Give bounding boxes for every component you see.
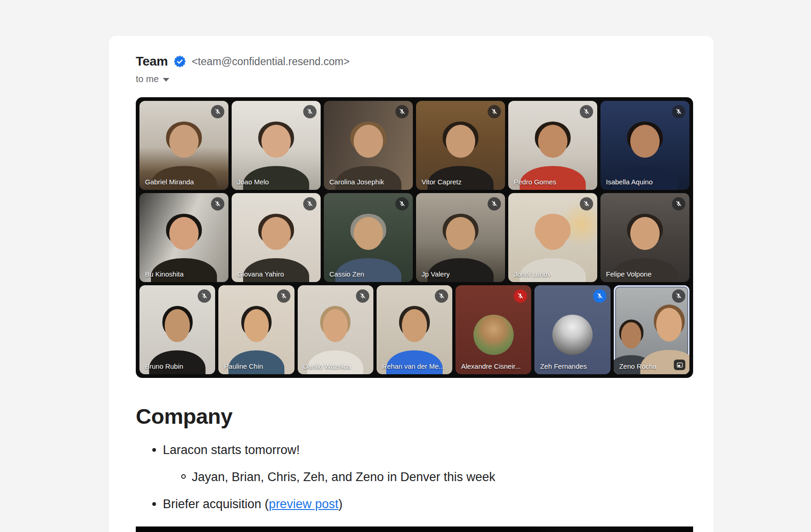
mic-off-icon	[672, 105, 685, 118]
list-item: Laracon starts tomorrow!	[136, 443, 693, 458]
mic-off-icon	[395, 197, 409, 211]
meet-grid-row: Bu KinoshitaGiovana YahiroCassio ZenJp V…	[139, 193, 689, 282]
participant-tile: Bruno Rubin	[139, 285, 215, 374]
mic-off-icon	[580, 105, 593, 118]
mic-off-icon	[593, 289, 606, 303]
list-item-text: Briefer acquisition (preview post)	[163, 497, 343, 512]
participant-name: Isabella Aquino	[606, 178, 653, 186]
participant-tile: Isabella Aquino	[600, 101, 689, 190]
participant-tile: Alexandre Cisneir...	[455, 285, 531, 374]
participant-tile: Danilo Woznica	[298, 285, 373, 374]
mic-off-icon	[395, 105, 409, 118]
bullet-icon	[152, 448, 156, 452]
preview-post-link[interactable]: preview post	[269, 497, 339, 511]
participant-name: Jp Valery	[422, 270, 450, 278]
meet-grid-row: Gabriel MirandaJoao MeloCarolina Josephi…	[139, 101, 689, 190]
avatar	[552, 315, 593, 355]
participant-name: Zeh Fernandes	[540, 362, 587, 370]
list-subitem: Jayan, Brian, Chris, Zeh, and Zeno in De…	[136, 470, 693, 485]
participant-name: Alexandre Cisneir...	[461, 362, 521, 370]
participant-tile: Pauline Chin	[218, 285, 294, 374]
meet-grid-row: Bruno RubinPauline ChinDanilo WoznicaReh…	[139, 285, 689, 374]
participant-tile: Vitor Capretz	[416, 101, 505, 190]
mic-off-icon	[672, 197, 685, 211]
participant-name: Bruno Rubin	[145, 362, 183, 370]
participant-tile: Jp Valery	[416, 193, 505, 282]
list-item-text: Laracon starts tomorrow!	[163, 443, 300, 458]
participant-tile: Giovana Yahiro	[232, 193, 321, 282]
participant-tile: Carolina Josephik	[324, 101, 413, 190]
sender-name[interactable]: Team	[136, 54, 168, 69]
mic-off-icon	[303, 105, 317, 118]
list-item: Briefer acquisition (preview post)	[136, 497, 693, 512]
participant-tile: Felipe Volpone	[600, 193, 689, 282]
mic-off-icon	[211, 197, 224, 211]
mic-off-icon	[277, 289, 290, 303]
participant-tile: Pedro Gomes	[508, 101, 597, 190]
participant-name: Rehan van der Me...	[382, 362, 444, 370]
participant-name: Bu Kinoshita	[145, 270, 183, 278]
mic-off-icon	[303, 197, 317, 211]
participant-name: Cassio Zen	[329, 270, 364, 278]
participant-name: Danilo Woznica	[303, 362, 351, 370]
mic-off-icon	[488, 197, 501, 211]
verified-badge-icon	[174, 55, 186, 67]
participant-name: Jonni Lundy	[514, 270, 551, 278]
participant-tile: Gabriel Miranda	[139, 101, 228, 190]
company-list: Laracon starts tomorrow! Jayan, Brian, C…	[136, 443, 693, 512]
mic-off-icon	[435, 289, 448, 303]
participant-tile: Bu Kinoshita	[139, 193, 228, 282]
participant-tile: Rehan van der Me...	[377, 285, 452, 374]
mic-off-icon	[211, 105, 224, 118]
participant-name: Gabriel Miranda	[145, 178, 194, 186]
embedded-image-briefer[interactable]	[136, 526, 693, 532]
section-title: Company	[136, 404, 693, 429]
recipient-label: to me	[136, 74, 159, 84]
meeting-screenshot-image[interactable]: Gabriel MirandaJoao MeloCarolina Josephi…	[136, 97, 693, 378]
email-header: Team <team@confidential.resend.com> to m…	[136, 54, 693, 84]
mic-off-icon	[488, 105, 501, 118]
participant-tile: Joao Melo	[232, 101, 321, 190]
mic-off-icon	[580, 197, 593, 211]
participant-name: Pedro Gomes	[514, 178, 556, 186]
recipient-dropdown[interactable]: to me	[136, 74, 169, 84]
sender-email: <team@confidential.resend.com>	[192, 55, 350, 68]
participant-name: Pauline Chin	[224, 362, 263, 370]
participant-name: Carolina Josephik	[329, 178, 384, 186]
participant-name: Vitor Capretz	[422, 178, 461, 186]
bullet-icon	[152, 502, 156, 506]
participant-tile: Zeh Fernandes	[534, 285, 610, 374]
participant-name: Felipe Volpone	[606, 270, 651, 278]
avatar	[473, 315, 514, 355]
mic-off-icon	[672, 289, 685, 303]
participant-tile: Zeno Rocha	[614, 285, 689, 374]
chevron-down-icon	[163, 78, 169, 82]
picture-in-picture-icon	[674, 360, 685, 370]
participant-tile: Cassio Zen	[324, 193, 413, 282]
participant-name: Giovana Yahiro	[237, 270, 284, 278]
list-subitem-text: Jayan, Brian, Chris, Zeh, and Zeno in De…	[192, 470, 495, 485]
sub-bullet-icon	[181, 474, 186, 479]
participant-name: Joao Melo	[237, 178, 269, 186]
participant-tile: Jonni Lundy	[508, 193, 597, 282]
mic-off-icon	[356, 289, 369, 303]
mic-off-icon	[514, 289, 527, 303]
participant-name: Zeno Rocha	[619, 362, 657, 370]
email-card: Team <team@confidential.resend.com> to m…	[109, 36, 714, 532]
